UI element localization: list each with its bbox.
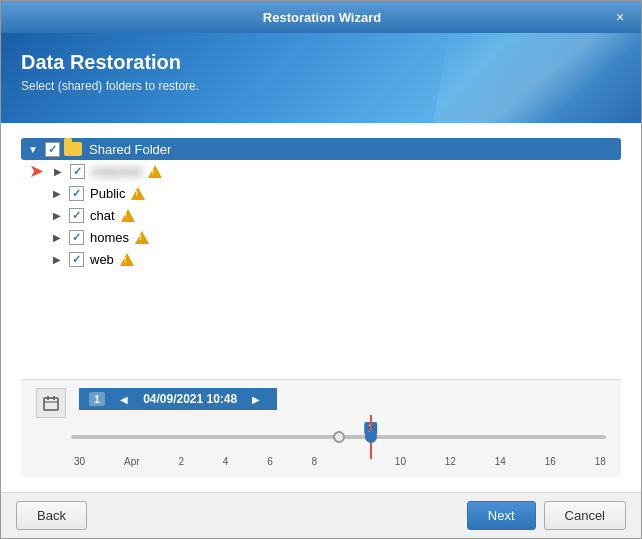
warning-icon-web (119, 252, 135, 266)
checkbox-public[interactable] (69, 186, 84, 201)
tree-child-item-homes[interactable]: ▶ homes (45, 226, 621, 248)
timeline-label-11: 18 (595, 456, 606, 467)
timeline-label-5: 8 (312, 456, 318, 467)
tree-child-item-web[interactable]: ▶ web (45, 248, 621, 270)
timeline-label-8: 12 (445, 456, 456, 467)
child-label-homes: homes (90, 230, 129, 245)
timeline-date-controls: 1 ◀ 04/09/2021 10:48 ▶ (79, 388, 277, 410)
calendar-button[interactable] (36, 388, 66, 418)
timeline-label-7: 10 (395, 456, 406, 467)
timeline-counter: 1 (89, 392, 105, 406)
tree-child-row-1: ➤ ▶ redacted (21, 160, 621, 182)
timeline-label-1: Apr (124, 456, 140, 467)
tree-child-row-homes: ▶ homes (21, 226, 621, 248)
timeline-container: 1 ◀ 04/09/2021 10:48 ▶ 1 (21, 379, 621, 477)
svg-rect-0 (44, 398, 58, 410)
tree-child-row-public: ▶ Public (21, 182, 621, 204)
warn-triangle-public (131, 187, 145, 200)
tree-child-item-1[interactable]: ▶ redacted (46, 160, 621, 182)
checkbox-homes[interactable] (69, 230, 84, 245)
calendar-icon (43, 395, 59, 411)
timeline-thumb-active[interactable] (365, 431, 377, 443)
footer-area: Back Next Cancel (1, 492, 641, 538)
root-folder-label: Shared Folder (89, 142, 171, 157)
tree-child-row-web: ▶ web (21, 248, 621, 270)
timeline-controls-row: 1 ◀ 04/09/2021 10:48 ▶ (36, 388, 606, 418)
timeline-next-button[interactable]: ▶ (245, 388, 267, 410)
tree-child-item-public[interactable]: ▶ Public (45, 182, 621, 204)
cancel-button[interactable]: Cancel (544, 501, 626, 530)
timeline-date-display: 1 ◀ 04/09/2021 10:48 ▶ (79, 388, 277, 410)
tree-toggle-web[interactable]: ▶ (49, 251, 65, 267)
timeline-label-3: 4 (223, 456, 229, 467)
timeline-date-labels: 30 Apr 2 4 6 8 10 12 14 16 18 (36, 456, 606, 467)
page-subtitle: Select (shared) folders to restore. (21, 79, 621, 93)
checkbox-web[interactable] (69, 252, 84, 267)
timeline-label-0: 30 (74, 456, 85, 467)
tree-child-item-chat[interactable]: ▶ chat (45, 204, 621, 226)
timeline-slider-track-container[interactable]: 1 (71, 422, 606, 452)
tree-child-row-chat: ▶ chat (21, 204, 621, 226)
timeline-label-10: 16 (545, 456, 556, 467)
window-title: Restoration Wizard (33, 10, 611, 25)
warning-icon-1 (147, 164, 163, 178)
checkbox-chat[interactable] (69, 208, 84, 223)
warning-icon-chat (120, 208, 136, 222)
tree-toggle-root[interactable]: ▼ (25, 141, 41, 157)
tree-toggle-public[interactable]: ▶ (49, 185, 65, 201)
tree-toggle-chat[interactable]: ▶ (49, 207, 65, 223)
header-area: Data Restoration Select (shared) folders… (1, 33, 641, 123)
timeline-label-9: 14 (495, 456, 506, 467)
back-button[interactable]: Back (16, 501, 87, 530)
close-button[interactable]: × (611, 8, 629, 26)
timeline-thumb-inactive[interactable] (333, 431, 345, 443)
timeline-slider-track: 1 (71, 435, 606, 439)
child-label-public: Public (90, 186, 125, 201)
footer-right-buttons: Next Cancel (467, 501, 626, 530)
child-label-web: web (90, 252, 114, 267)
checkbox-1[interactable] (70, 164, 85, 179)
checkbox-root[interactable] (45, 142, 60, 157)
warn-triangle-1 (148, 165, 162, 178)
warning-icon-homes (134, 230, 150, 244)
restoration-wizard-window: Restoration Wizard × Data Restoration Se… (0, 0, 642, 539)
content-area: ▼ Shared Folder ➤ ▶ redacted (1, 123, 641, 492)
warn-triangle-chat (121, 209, 135, 222)
timeline-label-4: 6 (267, 456, 273, 467)
timeline-prev-button[interactable]: ◀ (113, 388, 135, 410)
warning-icon-public (130, 186, 146, 200)
arrow-indicator: ➤ (29, 160, 44, 182)
warn-triangle-homes (135, 231, 149, 244)
tree-toggle-1[interactable]: ▶ (50, 163, 66, 179)
timeline-label-2: 2 (178, 456, 184, 467)
timeline-slider-row: 1 (36, 422, 606, 452)
tree-toggle-homes[interactable]: ▶ (49, 229, 65, 245)
folder-tree: ▼ Shared Folder ➤ ▶ redacted (21, 138, 621, 379)
child-label-chat: chat (90, 208, 115, 223)
child-label-1: redacted (91, 164, 142, 179)
folder-icon-root (64, 142, 82, 156)
page-title: Data Restoration (21, 51, 621, 74)
title-bar: Restoration Wizard × (1, 1, 641, 33)
tree-root-item[interactable]: ▼ Shared Folder (21, 138, 621, 160)
next-button[interactable]: Next (467, 501, 536, 530)
warn-triangle-web (120, 253, 134, 266)
timeline-date-text: 04/09/2021 10:48 (143, 392, 237, 406)
